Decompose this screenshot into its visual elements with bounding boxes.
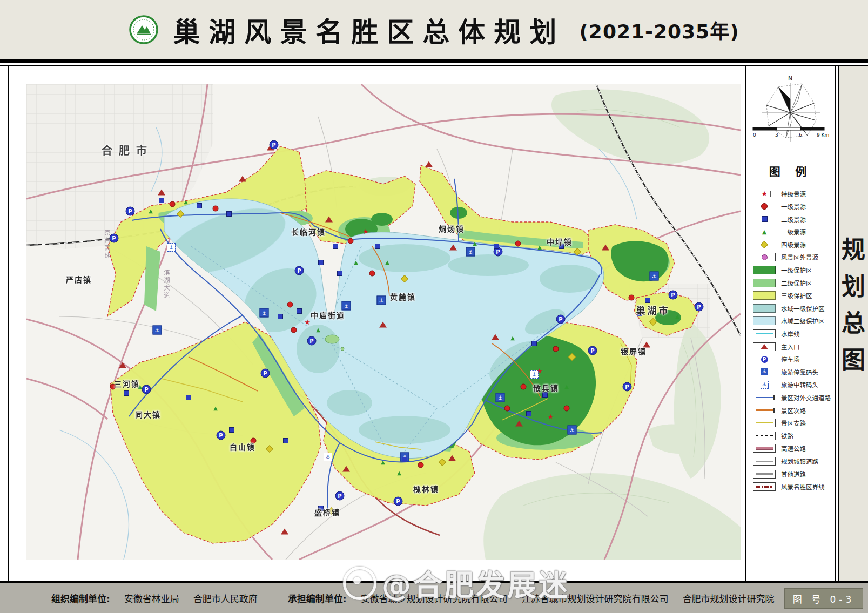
legend-row: ⚓ 旅游停靠码头 [752, 368, 831, 376]
town-label: 同大镇 [135, 409, 161, 420]
legend-row: ★ 特级景源 [752, 190, 831, 198]
outside-resource-icon [762, 254, 768, 260]
legend-items: ★ 特级景源 一级景源 二级景源 ▲ 三级景源 四级景源 风景区外景源 一级保护… [752, 190, 831, 491]
town-label: 散兵镇 [533, 382, 559, 393]
map-label-layer: 合肥市严店镇长临河镇烔炀镇中垾镇黄麓镇中庙街道三河镇同大镇白山镇盛桥镇槐林镇散兵… [26, 84, 741, 560]
external-road-icon [756, 397, 773, 398]
org-value: 合肥市人民政府 [193, 591, 258, 605]
legend-row: 风景区外景源 [752, 253, 831, 261]
legend-row: 铁路 [752, 432, 831, 440]
legend-title: 图 例 [746, 163, 835, 179]
road-label: 京台高速 [102, 230, 111, 260]
legend-row: 水域二级保护区 [752, 317, 831, 325]
water-level1-swatch [753, 304, 776, 313]
main-entrance-icon [761, 344, 768, 349]
svg-text:6: 6 [799, 132, 802, 138]
legend-row: 景区支路 [752, 419, 831, 427]
star-resource-icon: ★ [761, 190, 768, 197]
side-title-char: 规 [842, 238, 865, 262]
frame-top-thick-line [0, 59, 868, 63]
transfer-dock-icon: ⚓ [761, 381, 769, 389]
level1-resource-icon [761, 203, 768, 210]
level3-zone-swatch [753, 291, 776, 300]
town-label: 中庙街道 [311, 309, 345, 320]
svg-text:N: N [788, 75, 792, 82]
town-label: 中垾镇 [547, 236, 573, 247]
town-label: 巢湖市 [636, 303, 670, 316]
side-title-char: 划 [842, 275, 865, 299]
railway-icon [756, 435, 773, 436]
level1-zone-swatch [753, 266, 776, 274]
scenic-boundary-icon [756, 486, 773, 488]
legend-row: 二级保护区 [752, 279, 831, 287]
town-label: 合肥市 [102, 142, 153, 158]
header: 巢湖风景名胜区总体规划 (2021-2035年) [0, 0, 868, 59]
parking-icon: P [761, 356, 768, 363]
town-label: 严店镇 [66, 274, 92, 285]
org-label: 组织编制单位: [51, 591, 110, 605]
org-value: 安徽省林业局 [124, 591, 179, 605]
legend-panel: N 0 3 6 9 Km 图 例 [745, 66, 836, 581]
secondary-road-icon [756, 409, 773, 410]
legend-row: 景区对外交通道路 [752, 394, 831, 402]
sheet-number-badge: 图 号 0-3 [784, 588, 863, 609]
legend-row: 二级景源 [752, 215, 831, 223]
town-label: 银屏镇 [621, 346, 647, 356]
other-road-icon [756, 473, 773, 475]
legend-row: ▲ 三级景源 [752, 228, 831, 236]
svg-text:9 Km: 9 Km [817, 132, 829, 138]
legend-row: 四级景源 [752, 240, 831, 248]
legend-row: 其他道路 [752, 470, 831, 478]
side-title-char: 总 [842, 312, 865, 335]
town-label: 槐林镇 [413, 483, 439, 494]
highway-icon [756, 447, 773, 450]
weibo-icon [343, 567, 376, 600]
content-area: PPPPPPPPPPPPPPPP⚓⚓⚓⚓⚓⚓⚓⚓⚓⚓⚓⚓▲▲★▲▲★▲▲▲▲▲★… [0, 66, 868, 581]
side-title-strip: 规 划 总 图 [838, 66, 868, 581]
town-label: 三河镇 [114, 378, 140, 389]
side-title-char: 图 [842, 348, 865, 372]
legend-row: ⚓ 旅游中转码头 [752, 381, 831, 389]
level3-resource-icon: ▲ [762, 229, 766, 235]
town-label: 盛桥镇 [314, 507, 340, 517]
level2-zone-swatch [753, 279, 776, 287]
planning-map: PPPPPPPPPPPPPPPP⚓⚓⚓⚓⚓⚓⚓⚓⚓⚓⚓⚓▲▲★▲▲★▲▲▲▲▲★… [26, 84, 741, 560]
page-subtitle: (2021-2035年) [579, 16, 739, 44]
town-label: 长临河镇 [291, 226, 326, 237]
planned-town-road-icon [756, 461, 773, 461]
road-label: 滨湖大道 [162, 270, 170, 300]
resp-value: 合肥市规划设计研究院 [683, 591, 775, 605]
shoreline-icon [756, 333, 773, 334]
water-level2-swatch [753, 316, 776, 325]
legend-row: 主入口 [752, 342, 831, 351]
watermark-text: @合肥发展迷 [382, 562, 570, 604]
scenic-area-logo-icon [129, 15, 159, 45]
level4-resource-icon [761, 241, 768, 248]
svg-text:3: 3 [775, 132, 778, 138]
watermark: @合肥发展迷 [343, 562, 570, 604]
frame-left-line [8, 66, 9, 581]
legend-row: P 停车场 [752, 355, 831, 363]
legend-row: 一级景源 [752, 203, 831, 211]
town-label: 烔炀镇 [439, 223, 465, 234]
legend-row: 风景名胜区界线 [752, 483, 831, 491]
town-label: 白山镇 [230, 441, 255, 452]
legend-row: 规划城镇道路 [752, 457, 831, 465]
town-label: 黄麓镇 [390, 291, 416, 302]
scale-bar: 0 3 6 9 Km [752, 125, 831, 139]
legend-row: 水岸线 [752, 330, 831, 338]
legend-row: 高速公路 [752, 444, 831, 453]
level2-resource-icon [762, 216, 768, 222]
legend-row: 水域一级保护区 [752, 304, 831, 312]
legend-row: 一级保护区 [752, 266, 831, 274]
legend-row: 景区次路 [752, 406, 831, 414]
dock-icon: ⚓ [761, 368, 768, 375]
page-title: 巢湖风景名胜区总体规划 [173, 10, 565, 49]
legend-row: 三级保护区 [752, 292, 831, 300]
resp-label: 承担编制单位: [288, 591, 347, 605]
branch-road-icon [756, 422, 773, 423]
svg-text:0: 0 [753, 132, 756, 138]
